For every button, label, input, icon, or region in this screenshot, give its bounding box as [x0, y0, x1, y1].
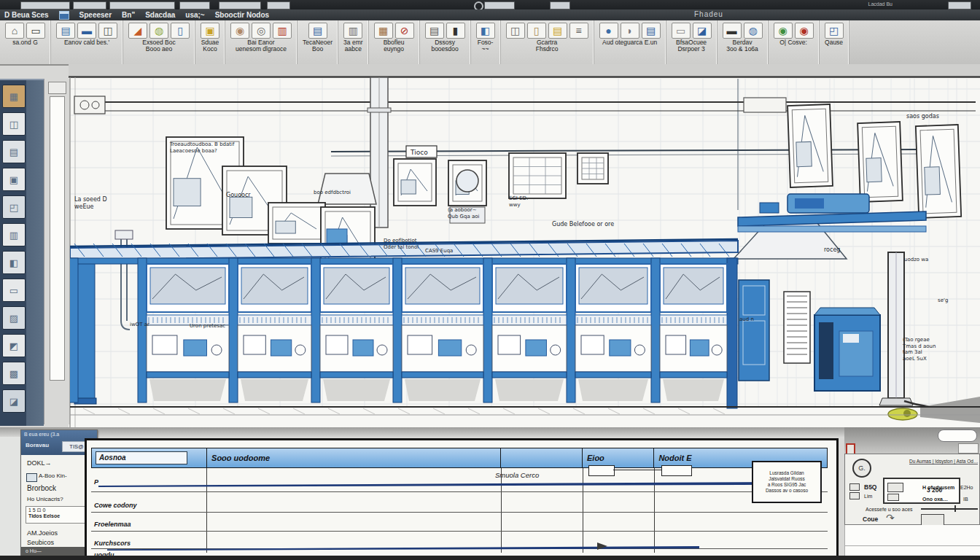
palette-tool[interactable]: ◪: [2, 389, 26, 413]
quick-tool-segment[interactable]: [267, 1, 290, 9]
palette-tool[interactable]: ▭: [2, 279, 26, 302]
ribbon-icon[interactable]: ▣: [201, 23, 219, 39]
vertical-scrollbar[interactable]: [44, 79, 70, 424]
dialog-item[interactable]: Brorbock: [27, 484, 56, 492]
quick-tool-segment[interactable]: [219, 1, 261, 9]
palette-tool[interactable]: ▣: [2, 168, 26, 191]
ribbon-icon[interactable]: ▤: [308, 23, 327, 39]
scrollbar-thumb[interactable]: [50, 96, 65, 381]
undo-swoosh-icon[interactable]: ↷: [886, 512, 895, 524]
ribbon-icon[interactable]: ▮: [446, 23, 465, 39]
ribbon-icon[interactable]: ▤: [548, 23, 567, 39]
ribbon-icon[interactable]: ◍: [149, 23, 168, 39]
palette-tool[interactable]: ▨: [2, 306, 26, 330]
action-label[interactable]: Coue: [863, 516, 878, 523]
quick-tool-segment[interactable]: [484, 1, 515, 9]
palette-tool[interactable]: ▤: [2, 140, 26, 163]
quick-tool-segment[interactable]: [20, 1, 70, 9]
ribbon-group[interactable]: ◰Qause: [820, 20, 849, 64]
ribbon-icon[interactable]: ⌂: [5, 23, 24, 39]
dialog-item[interactable]: Ho Unicacris?: [27, 496, 63, 502]
ribbon-icon[interactable]: ◉: [795, 23, 814, 39]
ribbon-icon[interactable]: ◢: [128, 23, 147, 39]
ribbon-icon[interactable]: ▤: [56, 23, 75, 39]
ribbon-icon[interactable]: ▭: [672, 23, 691, 39]
ribbon-group[interactable]: ◧Foso-~~: [471, 20, 501, 64]
palette-tool[interactable]: ◩: [2, 334, 26, 357]
ribbon-group[interactable]: ◉◉O| Cosve:: [769, 20, 820, 64]
quick-tool-segment[interactable]: [948, 1, 971, 9]
ribbon-icon[interactable]: ▯: [527, 23, 546, 39]
palette-tool[interactable]: ▦: [2, 85, 26, 108]
quick-tool-segment[interactable]: [550, 1, 570, 9]
ribbon-group[interactable]: ▬◍Berdav3oo & 1o6a: [718, 20, 769, 64]
palette-tool[interactable]: ◧: [2, 251, 26, 274]
ribbon-group[interactable]: ▦⊘Bbofleueuyngo: [369, 20, 420, 64]
ribbon-icon[interactable]: ▦: [374, 23, 393, 39]
dialog-tabs[interactable]: Du Aumas | Idsyston | Asta Od…: [909, 459, 978, 464]
dialog-input-box[interactable]: 1 5 ⊡ 0 Tidos Eelsoe: [26, 506, 91, 524]
ribbon-icon[interactable]: ▤: [425, 23, 444, 39]
table-icon[interactable]: [59, 11, 69, 20]
ribbon-group[interactable]: ◫▯▤≡GcartraFhsdrco: [501, 20, 594, 64]
palette-tool[interactable]: ▥: [2, 223, 26, 246]
ribbon-group[interactable]: ◢◍▯Exsoed BocBooo aeo: [123, 20, 195, 64]
ribbon-group[interactable]: ●◗▤Aud oteguarca E.un: [594, 20, 666, 64]
ribbon-icon[interactable]: ◍: [744, 23, 763, 39]
menu-item[interactable]: Speeeser: [79, 11, 112, 19]
ribbon-icon[interactable]: ◫: [98, 23, 117, 39]
ribbon-icon[interactable]: ▭: [26, 23, 45, 39]
mini-swatch[interactable]: [849, 483, 860, 491]
ribbon-group[interactable]: ▤▬◫Eanov cald bes.': [51, 20, 123, 64]
ribbon-icon[interactable]: ◉: [774, 23, 793, 39]
palette-tool[interactable]: ◰: [2, 195, 26, 219]
row1-value[interactable]: E2Ho: [960, 485, 973, 490]
schedule-table[interactable]: AosnoaSooo uodoomeEiooNodoit E PCowe cod…: [85, 438, 839, 558]
palette-tool[interactable]: ▩: [2, 362, 26, 385]
ribbon-icon[interactable]: ⊘: [395, 23, 414, 39]
value-box[interactable]: 3 200: [883, 478, 960, 504]
ribbon-group[interactable]: ◉◎▥Bai Eanoruenesom dlgraoce: [225, 20, 298, 64]
quick-access-toolbar[interactable]: Lacdad Bu: [0, 0, 980, 9]
ribbon-group[interactable]: ▣SduaeKoco: [195, 20, 225, 64]
ribbon-icon[interactable]: ●: [599, 23, 618, 39]
ribbon-icon[interactable]: ▥: [273, 23, 292, 39]
menu-item[interactable]: usa;~: [185, 11, 204, 19]
ribbon-group[interactable]: ▤▮Dssosybooesdoo: [420, 20, 471, 64]
ribbon-icon[interactable]: ◎: [252, 23, 271, 39]
quick-tool-segment[interactable]: [179, 1, 210, 9]
dialog-input-value[interactable]: 1 5 ⊡ 0: [28, 508, 88, 513]
ribbon-icon[interactable]: ▤: [642, 23, 661, 39]
ribbon-icon[interactable]: ◫: [506, 23, 525, 39]
mini-swatch[interactable]: [849, 492, 860, 499]
ribbon-icon[interactable]: ◗: [621, 23, 639, 39]
quick-tool-segment[interactable]: [109, 1, 175, 9]
dialog-item[interactable]: A-Boo Kin-: [39, 472, 67, 479]
slider-track[interactable]: [921, 508, 978, 510]
ribbon-group[interactable]: ▭◪BfsaOcueeDsrpoer 3: [666, 20, 718, 64]
ribbon-icon[interactable]: ◧: [476, 23, 495, 39]
ribbon-icon[interactable]: ◰: [825, 23, 844, 39]
menu-item[interactable]: D Beua Sces: [4, 11, 49, 19]
menu-item[interactable]: Bn": [122, 11, 135, 19]
ribbon-group[interactable]: ▤TecaNeoerBoo: [298, 20, 338, 64]
slider-handle[interactable]: [954, 505, 956, 512]
ribbon-group[interactable]: ▥3a emraabce: [338, 20, 368, 64]
ribbon-group[interactable]: ⌂▭sa.ond G: [0, 20, 51, 64]
options-dialog[interactable]: G. Du Aumas | Idsyston | Asta Od… B5Q Li…: [844, 454, 980, 525]
palette-tool[interactable]: ◫: [2, 112, 26, 136]
ribbon-icon[interactable]: ▬: [77, 23, 96, 39]
ribbon-icon[interactable]: ▬: [723, 23, 742, 39]
rotate-icon[interactable]: G.: [852, 459, 871, 478]
menu-item[interactable]: Sdacdaa: [145, 11, 175, 19]
menu-item[interactable]: Sbooctir Nodos: [215, 11, 269, 19]
small-button[interactable]: [958, 443, 979, 454]
dialog-item[interactable]: DOKL→: [27, 459, 52, 467]
ribbon-icon[interactable]: ▯: [171, 23, 190, 39]
drawing-viewport[interactable]: TiocoGude Belefooe or oresaos godasroceg…: [69, 64, 980, 438]
scrollbar-top-button[interactable]: [48, 82, 66, 94]
row2-value[interactable]: IB: [963, 497, 968, 502]
dialog-item[interactable]: AM.Joeios: [27, 529, 58, 537]
ribbon-icon[interactable]: ◉: [230, 23, 249, 39]
ribbon-icon[interactable]: ≡: [569, 23, 588, 39]
